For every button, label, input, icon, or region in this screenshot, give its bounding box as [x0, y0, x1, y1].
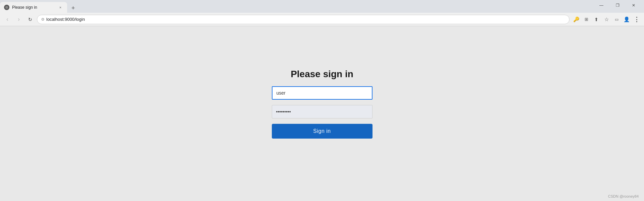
- window-controls: — ❐ ✕: [594, 0, 644, 13]
- key-icon[interactable]: 🔑: [572, 15, 581, 24]
- address-bar-row: ‹ › ↻ ⊙ localhost:9000/login 🔑 ⊞ ⬆ ☆ ▭ 👤…: [0, 13, 644, 26]
- tab-favicon-icon: [4, 5, 9, 10]
- browser-chrome: Please sign in × + — ❐ ✕ ‹ › ↻ ⊙ localho…: [0, 0, 644, 26]
- tab-bar: Please sign in × + — ❐ ✕: [0, 0, 644, 13]
- sidebar-icon[interactable]: ▭: [612, 15, 621, 24]
- tab-title: Please sign in: [12, 5, 55, 10]
- profile-icon[interactable]: 👤: [622, 15, 631, 24]
- bookmark-star-icon[interactable]: ☆: [602, 15, 611, 24]
- share-icon[interactable]: ⬆: [592, 15, 601, 24]
- page-content: Please sign in Sign in: [0, 26, 644, 201]
- window-maximize-button[interactable]: ❐: [610, 0, 625, 11]
- translate-icon[interactable]: ⊞: [582, 15, 591, 24]
- new-tab-button[interactable]: +: [68, 3, 78, 13]
- sign-in-button[interactable]: Sign in: [272, 124, 373, 139]
- login-form-container: Please sign in Sign in: [272, 69, 373, 139]
- reload-button[interactable]: ↻: [26, 15, 35, 24]
- forward-button[interactable]: ›: [14, 15, 23, 24]
- address-bar[interactable]: ⊙ localhost:9000/login: [37, 15, 569, 24]
- window-close-button[interactable]: ✕: [626, 0, 641, 11]
- menu-icon[interactable]: ⋮: [632, 15, 641, 24]
- back-button[interactable]: ‹: [3, 15, 12, 24]
- username-input[interactable]: [272, 86, 373, 100]
- address-lock-icon: ⊙: [41, 17, 44, 21]
- active-tab[interactable]: Please sign in ×: [0, 2, 67, 13]
- tab-close-button[interactable]: ×: [58, 5, 63, 10]
- window-minimize-button[interactable]: —: [594, 0, 609, 11]
- password-input[interactable]: [272, 105, 373, 118]
- page-title: Please sign in: [291, 69, 353, 80]
- toolbar-icons: 🔑 ⊞ ⬆ ☆ ▭ 👤 ⋮: [572, 15, 641, 24]
- address-url: localhost:9000/login: [46, 17, 85, 22]
- page-footer-watermark: CSDN @rooney84: [608, 194, 639, 198]
